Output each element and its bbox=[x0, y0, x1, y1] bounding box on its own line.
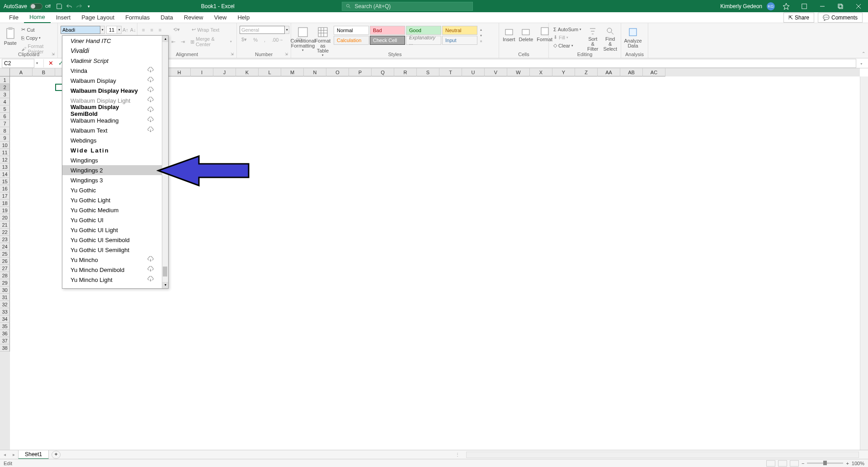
column-header[interactable]: AC bbox=[643, 68, 665, 76]
page-break-view-icon[interactable] bbox=[790, 460, 799, 467]
column-header[interactable]: W bbox=[507, 68, 530, 76]
maximize-icon[interactable] bbox=[834, 1, 847, 11]
row-header[interactable]: 23 bbox=[0, 236, 10, 243]
clear-button[interactable]: ◇Clear▾ bbox=[552, 42, 583, 49]
cancel-formula-icon[interactable]: ✕ bbox=[46, 60, 56, 67]
horizontal-scrollbar[interactable] bbox=[466, 452, 859, 458]
font-option[interactable]: Wingdings bbox=[62, 155, 162, 165]
column-header[interactable]: U bbox=[462, 68, 485, 76]
row-header[interactable]: 29 bbox=[0, 279, 10, 286]
row-header[interactable]: 6 bbox=[0, 113, 10, 120]
tab-review[interactable]: Review bbox=[179, 12, 209, 23]
font-option[interactable]: Walbaum Display SemiBold bbox=[62, 105, 162, 115]
font-option[interactable]: Vrinda bbox=[62, 66, 162, 76]
font-option[interactable]: Wingdings 3 bbox=[62, 175, 162, 185]
autosave-toggle[interactable]: AutoSave Off bbox=[0, 3, 54, 10]
share-button[interactable]: ⇱Share bbox=[783, 13, 814, 23]
row-header[interactable]: 35 bbox=[0, 323, 10, 330]
find-select-button[interactable]: Find & Select bbox=[602, 26, 618, 52]
merge-center-button[interactable]: ⊞Merge & Center▾ bbox=[189, 35, 234, 48]
row-header[interactable]: 27 bbox=[0, 265, 10, 272]
tab-home[interactable]: Home bbox=[24, 12, 51, 23]
zoom-slider[interactable] bbox=[807, 462, 843, 464]
row-header[interactable]: 30 bbox=[0, 286, 10, 294]
sheet-nav-next-icon[interactable]: ▸ bbox=[9, 452, 18, 457]
tab-data[interactable]: Data bbox=[155, 12, 178, 23]
font-option[interactable]: Yu Gothic UI Semibold bbox=[62, 235, 162, 245]
font-option[interactable]: Yu Gothic UI bbox=[62, 215, 162, 225]
row-header[interactable]: 10 bbox=[0, 142, 10, 149]
sheet-split-icon[interactable]: ⋮ bbox=[453, 452, 462, 457]
scroll-down-icon[interactable]: ▾ bbox=[162, 282, 168, 288]
zoom-out-icon[interactable]: − bbox=[802, 461, 804, 466]
clipboard-launcher-icon[interactable]: ⇲ bbox=[52, 52, 56, 57]
font-option[interactable]: Yu Gothic UI Light bbox=[62, 225, 162, 235]
row-header[interactable]: 31 bbox=[0, 294, 10, 301]
number-dd-arrow[interactable]: ▾ bbox=[285, 26, 289, 34]
sheet-nav-prev-icon[interactable]: ◂ bbox=[0, 452, 9, 457]
styles-more-icon[interactable]: ≡ bbox=[480, 39, 482, 43]
row-header[interactable]: 32 bbox=[0, 301, 10, 308]
font-option[interactable]: Viner Hand ITC bbox=[62, 36, 162, 46]
column-header[interactable]: V bbox=[485, 68, 507, 76]
row-header[interactable]: 8 bbox=[0, 127, 10, 134]
column-header[interactable]: A bbox=[10, 68, 33, 76]
paste-button[interactable]: Paste bbox=[3, 26, 18, 47]
font-name-input[interactable] bbox=[61, 26, 100, 34]
user-name[interactable]: Kimberly Gedeon bbox=[720, 3, 762, 10]
zoom-level[interactable]: 100% bbox=[852, 461, 864, 466]
column-header[interactable]: I bbox=[191, 68, 213, 76]
page-layout-view-icon[interactable] bbox=[778, 460, 787, 467]
vertical-scrollbar[interactable] bbox=[860, 76, 868, 450]
row-header[interactable]: 33 bbox=[0, 308, 10, 315]
column-header[interactable]: L bbox=[259, 68, 281, 76]
comma-icon[interactable]: , bbox=[262, 36, 267, 43]
scroll-up-icon[interactable]: ▴ bbox=[162, 36, 168, 42]
tab-insert[interactable]: Insert bbox=[51, 12, 76, 23]
font-option[interactable]: Vladimir Script bbox=[62, 56, 162, 66]
style-check-cell[interactable]: Check Cell bbox=[370, 36, 405, 45]
font-option[interactable]: Yu Mincho Demibold bbox=[62, 265, 162, 275]
zoom-in-icon[interactable]: + bbox=[846, 461, 849, 466]
column-header[interactable]: B bbox=[33, 68, 55, 76]
analyze-data-button[interactable]: Analyze Data bbox=[624, 26, 642, 49]
row-header[interactable]: 3 bbox=[0, 91, 10, 98]
row-header[interactable]: 16 bbox=[0, 185, 10, 192]
column-header[interactable]: AB bbox=[620, 68, 643, 76]
font-option[interactable]: Yu Gothic bbox=[62, 185, 162, 195]
row-header[interactable]: 12 bbox=[0, 156, 10, 163]
column-header[interactable]: Y bbox=[552, 68, 575, 76]
tab-help[interactable]: Help bbox=[232, 12, 255, 23]
conditional-formatting-button[interactable]: Conditional Formatting▾ bbox=[294, 26, 312, 53]
row-header[interactable]: 36 bbox=[0, 330, 10, 337]
column-header[interactable]: K bbox=[236, 68, 259, 76]
decrease-indent-icon[interactable]: ⇤ bbox=[170, 35, 177, 48]
row-header[interactable]: 11 bbox=[0, 149, 10, 156]
ribbon-display-icon[interactable] bbox=[797, 1, 811, 11]
font-option[interactable]: Walbaum Display Heavy bbox=[62, 86, 162, 95]
font-option[interactable]: Wingdings 2 bbox=[62, 165, 162, 175]
align-middle-icon[interactable]: ≡ bbox=[148, 26, 155, 33]
size-dropdown-arrow[interactable]: ▾ bbox=[117, 26, 122, 34]
copy-button[interactable]: ⎘Copy▾ bbox=[19, 34, 55, 42]
row-header[interactable]: 19 bbox=[0, 207, 10, 214]
column-header[interactable]: M bbox=[281, 68, 304, 76]
font-option[interactable]: Yu Gothic Medium bbox=[62, 205, 162, 215]
sheet-tab-active[interactable]: Sheet1 bbox=[18, 450, 49, 459]
tab-page-layout[interactable]: Page Layout bbox=[76, 12, 120, 23]
font-size-input[interactable] bbox=[106, 26, 117, 34]
align-top-icon[interactable]: ≡ bbox=[140, 26, 146, 33]
style-normal[interactable]: Normal bbox=[334, 26, 369, 35]
close-icon[interactable] bbox=[852, 1, 865, 11]
font-option[interactable]: Yu Gothic Light bbox=[62, 195, 162, 205]
row-header[interactable]: 24 bbox=[0, 243, 10, 250]
minimize-icon[interactable] bbox=[816, 1, 829, 11]
style-input[interactable]: Input bbox=[442, 36, 477, 45]
font-option[interactable]: Yu Mincho Light bbox=[62, 275, 162, 285]
row-header[interactable]: 13 bbox=[0, 163, 10, 171]
name-box-dropdown-icon[interactable]: ▾ bbox=[36, 61, 42, 65]
column-header[interactable]: S bbox=[417, 68, 439, 76]
tab-file[interactable]: File bbox=[4, 12, 24, 23]
decrease-font-icon[interactable]: A↓ bbox=[129, 26, 137, 34]
add-sheet-button[interactable]: + bbox=[52, 451, 61, 459]
